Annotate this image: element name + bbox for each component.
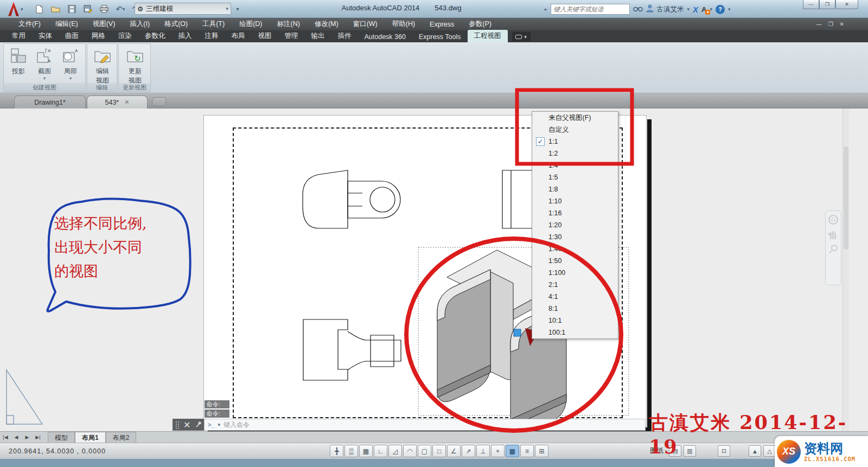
scale-option-1-2[interactable]: 1:2 — [532, 148, 618, 159]
scale-option-1-20[interactable]: 1:20 — [532, 219, 618, 231]
menu-draw[interactable]: 绘图(D) — [239, 20, 262, 29]
dynamic-input-toggle[interactable]: ⊥ — [476, 445, 490, 457]
isodraft-toggle[interactable]: ◠ — [403, 445, 417, 457]
ortho-toggle[interactable]: ∟ — [374, 445, 387, 457]
first-layout-button[interactable]: |◀ — [0, 434, 11, 440]
menu-insert[interactable]: 插入(I) — [130, 20, 150, 29]
minimize-button[interactable]: — — [803, 0, 819, 9]
menu-help[interactable]: 帮助(H) — [392, 20, 415, 29]
menu-file[interactable]: 文件(F) — [18, 20, 41, 29]
scrollbar-thumb[interactable] — [844, 146, 848, 250]
detail-view-button[interactable]: A 局部 ▾ — [58, 46, 83, 81]
ribbon-tab-home[interactable]: 常用 — [5, 30, 32, 42]
save-as-button[interactable] — [81, 3, 94, 15]
scale-option-100-1[interactable]: 100:1 — [532, 327, 618, 338]
ribbon-display-button[interactable]: ▾ — [512, 32, 531, 41]
search-input[interactable] — [551, 4, 630, 15]
scale-option-1-5[interactable]: 1:5 — [532, 171, 618, 183]
menu-window[interactable]: 窗口(W) — [353, 20, 378, 29]
prev-layout-button[interactable]: ◀ — [11, 434, 22, 440]
close-button[interactable]: ✕ — [835, 0, 858, 9]
open-file-button[interactable] — [49, 3, 62, 15]
maximize-button[interactable]: ❐ — [819, 0, 835, 9]
panel-label-edit[interactable]: 编辑 — [87, 83, 117, 92]
ribbon-tab-manage[interactable]: 管理 — [278, 30, 305, 42]
close-tab-icon[interactable]: ✕ — [124, 99, 129, 106]
scale-option-1-4[interactable]: 1:4 — [532, 159, 618, 171]
scale-option-1-8[interactable]: 1:8 — [532, 183, 618, 195]
menu-express[interactable]: Express — [430, 21, 454, 28]
panel-label-create-view[interactable]: 创建视图 — [4, 83, 85, 92]
command-input[interactable]: >_ ▾ 键入命令 — [204, 419, 646, 431]
search-binoculars-icon[interactable] — [633, 5, 643, 14]
scale-option-1-40[interactable]: 1:40 — [532, 243, 618, 255]
new-file-button[interactable] — [33, 3, 46, 15]
lineweight-toggle[interactable]: + — [491, 445, 505, 457]
next-layout-button[interactable]: ▶ — [22, 434, 33, 440]
chevron-down-icon[interactable]: ▾ — [728, 7, 731, 12]
grid-dots-toggle[interactable]: ▒ — [344, 445, 358, 457]
transparency-toggle[interactable]: ▩ — [506, 445, 519, 457]
scale-option-1-30[interactable]: 1:30 — [532, 231, 618, 243]
scale-option-1-50[interactable]: 1:50 — [532, 255, 618, 267]
ribbon-tab-drawing-views[interactable]: 工程视图 — [468, 30, 508, 42]
ribbon-tab-annotate[interactable]: 注释 — [199, 30, 225, 42]
tab-layout2[interactable]: 布局2 — [106, 432, 137, 444]
ribbon-tab-output[interactable]: 输出 — [305, 30, 331, 42]
menu-parameters[interactable]: 参数(P) — [469, 20, 492, 29]
ribbon-tab-layout[interactable]: 布局 — [225, 30, 252, 42]
ribbon-tab-autodesk360[interactable]: Autodesk 360 — [358, 31, 412, 42]
otrack-toggle[interactable]: ∠ — [447, 445, 461, 457]
scale-option-1-10[interactable]: 1:10 — [532, 195, 618, 207]
ribbon-tab-express-tools[interactable]: Express Tools — [412, 31, 468, 42]
chevron-down-icon[interactable]: ▾ — [218, 422, 221, 427]
ribbon-tab-insert[interactable]: 插入 — [172, 30, 199, 42]
application-menu-button[interactable]: ▾ — [4, 1, 29, 17]
navigation-bar[interactable] — [825, 210, 841, 285]
polar-toggle[interactable]: ◿ — [388, 445, 402, 457]
ribbon-tab-view[interactable]: 视图 — [252, 30, 278, 42]
ribbon-tab-solid[interactable]: 实体 — [32, 30, 59, 42]
quick-properties-toggle[interactable]: ≡ — [520, 445, 534, 457]
command-bar-grip[interactable]: ✕ — [173, 419, 204, 431]
save-button[interactable] — [65, 3, 78, 15]
grip-square[interactable] — [514, 329, 521, 336]
doc-close-button[interactable]: ✕ — [840, 21, 844, 27]
ribbon-tab-surface[interactable]: 曲面 — [59, 30, 85, 42]
menu-modify[interactable]: 修改(M) — [315, 20, 339, 29]
tab-model[interactable]: 模型 — [48, 432, 75, 444]
scale-option-1-1-checked[interactable]: ✓1:1 — [532, 136, 618, 148]
scale-option-1-16[interactable]: 1:16 — [532, 207, 618, 219]
signed-in-user[interactable]: 古滇艾米 — [657, 5, 684, 14]
menu-format[interactable]: 格式(O) — [164, 20, 188, 29]
snap-toggle[interactable]: ╋ — [330, 445, 343, 457]
menu-view[interactable]: 视图(V) — [93, 20, 116, 29]
front-view[interactable] — [303, 319, 401, 380]
last-layout-button[interactable]: ▶| — [33, 434, 43, 440]
help-button[interactable]: ? — [716, 5, 725, 14]
osnap-toggle[interactable]: ▢ — [418, 445, 431, 457]
dynamic-ucs-toggle[interactable]: ↗ — [462, 445, 475, 457]
projection-view-button[interactable]: 投影 — [6, 46, 31, 76]
selection-cycling-toggle[interactable]: ⊞ — [535, 445, 548, 457]
edit-view-button[interactable]: 编辑 视图 — [90, 46, 115, 85]
osnap-3d-toggle[interactable]: □ — [432, 445, 446, 457]
ribbon-tab-parametric[interactable]: 参数化 — [138, 30, 172, 42]
section-view-button[interactable]: AA 截面 ▾ — [32, 46, 57, 81]
scale-option-8-1[interactable]: 8:1 — [532, 303, 618, 315]
doc-minimize-button[interactable]: — — [816, 21, 822, 27]
menu-edit[interactable]: 编辑(E) — [55, 20, 78, 29]
scale-option-custom[interactable]: 自定义 — [532, 124, 618, 136]
chevron-down-icon[interactable]: ▾ — [710, 7, 712, 12]
close-icon[interactable]: ✕ — [183, 420, 190, 430]
top-view[interactable] — [303, 170, 400, 228]
toolbar-options-button[interactable]: ▾ — [233, 3, 242, 15]
menu-tools[interactable]: 工具(T) — [202, 20, 225, 29]
autodesk360-icon[interactable]: A▼ — [701, 5, 706, 14]
scale-option-from-parent[interactable]: 来自父视图(F) — [532, 112, 618, 124]
wrench-icon[interactable] — [194, 421, 201, 428]
file-tab-543[interactable]: 543* ✕ — [87, 95, 148, 108]
panel-label-update-view[interactable]: 更新视图 — [119, 83, 150, 92]
grid-toggle[interactable]: ▦ — [359, 445, 373, 457]
ribbon-tab-mesh[interactable]: 网格 — [85, 30, 112, 42]
